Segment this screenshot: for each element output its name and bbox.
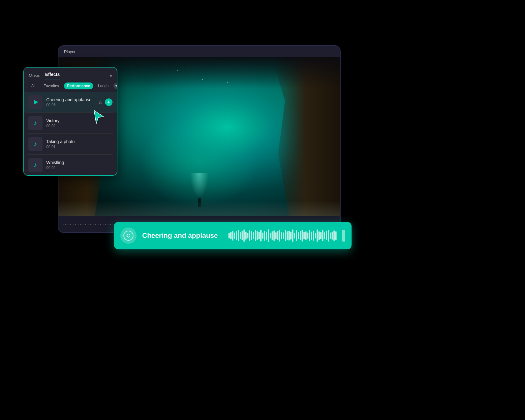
favorite-star-icon[interactable]: ☆	[98, 99, 102, 105]
add-sound-button[interactable]: +	[105, 98, 112, 106]
star-dot	[202, 79, 203, 80]
human-light	[190, 173, 209, 198]
sound-info-photo: Taking a photo 00:01	[46, 139, 112, 149]
sound-duration-whistling: 00:02	[46, 166, 112, 170]
music-disc-icon: ♪	[120, 228, 137, 244]
collapse-button[interactable]: «	[110, 73, 112, 78]
sound-duration-victory: 00:02	[46, 124, 112, 128]
category-favorites[interactable]: Favorites	[40, 82, 62, 89]
sound-thumb-cheering	[28, 95, 42, 109]
svg-marker-0	[94, 110, 103, 124]
sound-info-cheering: Cheering and applause 00:05	[46, 97, 94, 107]
title-bar: Player	[58, 46, 340, 57]
music-note-icon: ♪	[34, 161, 37, 169]
play-icon	[34, 100, 38, 105]
sound-info-whistling: Whistling 00:02	[46, 160, 112, 170]
star-dot	[177, 70, 178, 71]
sound-thumb-photo: ♪	[28, 137, 42, 151]
sound-duration-cheering: 00:05	[46, 103, 94, 107]
now-playing-title: Cheering and applause	[142, 232, 218, 240]
star-dot	[227, 82, 228, 83]
category-bar: All Favorites Performance Laugh ▾	[24, 79, 117, 92]
sound-name-cheering: Cheering and applause	[46, 97, 94, 102]
sound-item-whistling[interactable]: ♪ Whistling 00:02	[24, 155, 117, 175]
waveform	[228, 228, 337, 244]
sound-name-photo: Taking a photo	[46, 139, 112, 144]
window-title: Player	[64, 49, 76, 54]
music-note-icon: ♪	[34, 140, 37, 148]
category-dropdown[interactable]: ▾	[113, 83, 117, 89]
panel-tabs: Music Effects	[29, 72, 60, 79]
music-note-icon: ♪	[34, 119, 37, 127]
category-laugh[interactable]: Laugh	[95, 82, 112, 89]
svg-text:♪: ♪	[127, 233, 129, 238]
category-performance[interactable]: Performance	[64, 82, 93, 89]
tab-music[interactable]: Music	[29, 73, 40, 78]
tab-effects[interactable]: Effects	[45, 72, 60, 79]
waveform-handle[interactable]	[342, 230, 345, 242]
sound-name-whistling: Whistling	[46, 160, 112, 165]
sound-thumb-victory: ♪	[28, 116, 42, 130]
sound-item-photo[interactable]: ♪ Taking a photo 00:01	[24, 134, 117, 154]
star-dot	[190, 74, 190, 75]
star-dot	[215, 68, 215, 69]
sound-duration-photo: 00:01	[46, 145, 112, 149]
sound-thumb-whistling: ♪	[28, 158, 42, 172]
category-all[interactable]: All	[28, 82, 38, 89]
now-playing-bar: ♪ Cheering and applause	[114, 222, 352, 249]
effects-header: Music Effects «	[24, 68, 117, 79]
sound-actions-cheering: ☆ +	[98, 98, 112, 106]
